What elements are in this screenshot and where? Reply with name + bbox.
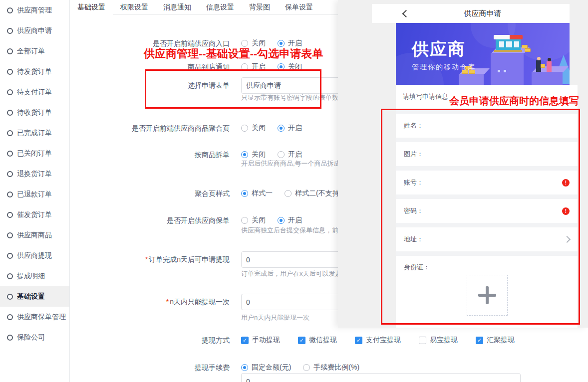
sidebar-item-label: 退换货订单 — [17, 170, 52, 179]
sidebar-item-label: 供应商商品 — [17, 231, 52, 240]
field-row-image[interactable]: 图片： — [396, 142, 578, 166]
upload-button[interactable] — [467, 275, 508, 316]
radio-label: 开启 — [288, 150, 302, 159]
field-row-password[interactable]: 密码： — [396, 199, 578, 223]
radio-icon — [303, 364, 310, 371]
pillar-right — [532, 72, 563, 85]
checkbox-checked-icon — [298, 337, 305, 344]
field-row-account[interactable]: 账号： — [396, 171, 578, 194]
checkbox-alipay-withdraw[interactable]: 支付宝提现 — [355, 336, 401, 345]
aggregate-style-label: 聚合页样式 — [70, 189, 230, 198]
circle-icon — [7, 232, 13, 238]
radio-close[interactable]: 关闭 — [241, 124, 266, 133]
store-icon — [494, 35, 523, 52]
radio-label: 关闭 — [252, 124, 266, 133]
sidebar-item-commission-detail[interactable]: 提成明细 — [0, 266, 69, 286]
field-row-idcard: 身份证： — [396, 256, 578, 328]
sidebar-item-basic-settings[interactable]: 基础设置 — [0, 286, 69, 307]
radio-open[interactable]: 开启 — [278, 150, 302, 159]
phone-apply-form: 姓名： 图片： 账号： 密码： 地址： 身份证： — [396, 109, 578, 328]
fee-radio-group: 固定金额(元) 手续费比例(%) — [241, 363, 359, 373]
checkbox-icon — [419, 337, 426, 344]
checkbox-checked-icon — [241, 337, 249, 344]
circle-icon — [7, 294, 13, 300]
sidebar-item-supplier-goods[interactable]: 供应商商品 — [0, 225, 69, 245]
sidebar-item-label: 保险公司 — [17, 333, 45, 342]
person-head — [537, 57, 541, 60]
checkbox-huiju-withdraw[interactable]: 汇聚提现 — [476, 336, 515, 345]
radio-icon-selected — [241, 151, 248, 158]
pillar-dot — [504, 70, 506, 72]
sidebar-item-supplier-withdraw[interactable]: 供应商提现 — [0, 245, 69, 266]
person-head — [548, 58, 551, 61]
radio-close[interactable]: 关闭 — [278, 62, 302, 71]
circle-icon — [7, 110, 13, 116]
sidebar-item-supplier-manage[interactable]: 供应商管理 — [0, 0, 69, 20]
apply-form-hint: 只显示带有账号密码字段的表单数据 — [241, 93, 345, 102]
sidebar-item-label: 供应商保单管理 — [17, 313, 66, 322]
radio-label: 固定金额(元) — [252, 363, 291, 372]
checkbox-manual-withdraw[interactable]: 手动提现 — [241, 336, 280, 345]
sidebar-item-label: 已关闭订单 — [17, 149, 52, 158]
radio-fee-ratio[interactable]: 手续费比例(%) — [303, 363, 359, 372]
checkbox-label: 微信提现 — [309, 336, 337, 345]
radio-style-one[interactable]: 样式一 — [241, 189, 273, 198]
aggregate-label: 是否开启前端供应商商品聚合页 — [70, 123, 230, 133]
tab-basic-settings[interactable]: 基础设置 — [70, 0, 113, 15]
tab-background-image[interactable]: 背景图 — [242, 0, 278, 14]
radio-label: 手续费比例(%) — [313, 363, 359, 372]
tab-policy-settings[interactable]: 保单设置 — [278, 0, 320, 14]
tab-permission-settings[interactable]: 权限设置 — [113, 0, 156, 14]
sidebar-item-completed-orders[interactable]: 已完成订单 — [0, 123, 69, 143]
sidebar-item-to-receive-orders[interactable]: 待收货订单 — [0, 102, 69, 123]
radio-close[interactable]: 关闭 — [241, 150, 266, 159]
field-label: 图片： — [404, 150, 423, 159]
store-base — [494, 50, 522, 52]
field-row-name[interactable]: 姓名： — [396, 114, 578, 138]
checkbox-wechat-withdraw[interactable]: 微信提现 — [298, 336, 337, 345]
supplier-banner: 供应商 管理你的移动仓库 — [396, 23, 570, 85]
sidebar-item-label: 待支付订单 — [17, 88, 52, 97]
radio-label: 开启 — [288, 216, 302, 225]
checkbox-yeepay-withdraw[interactable]: 易宝提现 — [419, 336, 458, 345]
radio-fixed-amount[interactable]: 固定金额(元) — [241, 363, 291, 372]
sidebar-item-return-orders[interactable]: 退换货订单 — [0, 164, 69, 184]
required-badge-icon — [562, 179, 570, 187]
sidebar-item-to-pay-orders[interactable]: 待支付订单 — [0, 82, 69, 102]
fee-input[interactable] — [241, 373, 521, 382]
banner-heading: 供应商 — [412, 38, 466, 61]
store-awning — [494, 35, 523, 39]
radio-icon-selected — [278, 125, 285, 132]
field-label: 地址： — [404, 235, 423, 244]
sidebar-item-policy-manage[interactable]: 供应商保单管理 — [0, 307, 69, 327]
banner-subheading: 管理你的移动仓库 — [412, 63, 476, 72]
sidebar-item-all-orders[interactable]: 全部订单 — [0, 41, 69, 61]
sidebar-item-closed-orders[interactable]: 已关闭订单 — [0, 143, 69, 164]
sidebar-item-label: 已退款订单 — [17, 190, 52, 199]
sidebar-item-label: 催发货订单 — [17, 210, 52, 219]
checkbox-label: 支付宝提现 — [366, 336, 401, 345]
policy-label: 是否开启供应商保单 — [70, 215, 230, 225]
radio-open[interactable]: 开启 — [278, 216, 302, 225]
radio-open[interactable]: 开启 — [241, 62, 266, 71]
field-label: 姓名： — [404, 121, 423, 130]
tab-message-notice[interactable]: 消息通知 — [156, 0, 199, 14]
sidebar-item-label: 基础设置 — [17, 292, 45, 301]
sidebar-item-insurance-company[interactable]: 保险公司 — [0, 327, 69, 348]
sidebar-item-label: 已完成订单 — [17, 129, 52, 138]
radio-icon — [285, 190, 292, 197]
circle-icon — [7, 335, 13, 341]
radio-close[interactable]: 关闭 — [241, 216, 266, 225]
radio-icon-selected — [278, 217, 285, 224]
checkbox-checked-icon — [355, 337, 362, 344]
tab-info-settings[interactable]: 信息设置 — [199, 0, 242, 14]
sidebar-item-urge-ship-orders[interactable]: 催发货订单 — [0, 204, 69, 225]
held-box — [541, 64, 545, 68]
radio-open[interactable]: 开启 — [278, 124, 302, 133]
required-mark: * — [145, 255, 148, 263]
sidebar-item-refunded-orders[interactable]: 已退款订单 — [0, 184, 69, 204]
circle-icon — [7, 314, 13, 320]
field-row-address[interactable]: 地址： — [396, 227, 578, 251]
sidebar-item-to-ship-orders[interactable]: 待发货订单 — [0, 61, 69, 82]
sidebar-item-supplier-apply[interactable]: 供应商申请 — [0, 20, 69, 41]
